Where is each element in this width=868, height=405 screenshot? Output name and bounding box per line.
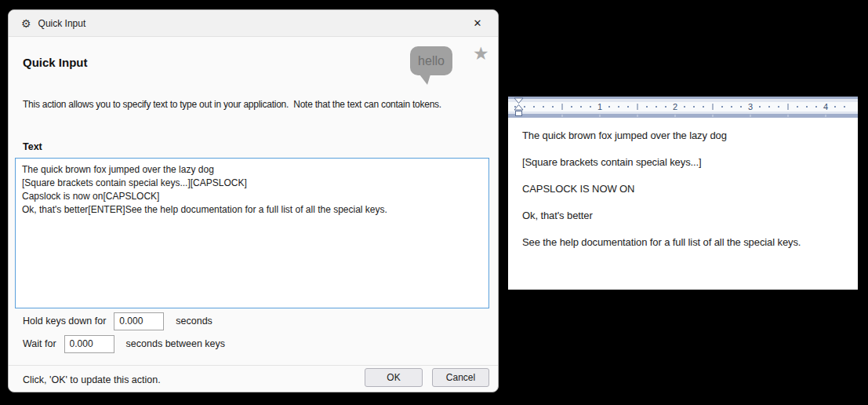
- ruler-dot-tick: [731, 106, 732, 108]
- ruler-dot-tick: [806, 106, 808, 108]
- ruler-dot-tick: [703, 106, 704, 108]
- ruler-dot-tick: [684, 106, 685, 108]
- document-line: [Square brackets contain special keys...…: [522, 157, 847, 168]
- ruler-bottom-tick: [675, 115, 676, 117]
- ruler-indent-marker[interactable]: [514, 97, 524, 117]
- ruler-bottom-tick: [713, 115, 714, 117]
- wait-for-row: Wait for seconds between keys: [23, 334, 225, 353]
- ruler-band-bottom: [508, 114, 858, 118]
- ruler-bottom-tick: [826, 115, 826, 117]
- ruler-dot-tick: [740, 106, 742, 108]
- ruler-number: 1: [597, 102, 602, 111]
- document-preview-panel: 1234 The quick brown fox jumped over the…: [508, 97, 858, 290]
- ruler-dot-tick: [618, 106, 619, 108]
- page-title: Quick Input: [23, 56, 88, 69]
- ruler-number: 3: [748, 102, 753, 111]
- ruler-dot-tick: [590, 106, 591, 108]
- ruler-number: 4: [823, 102, 828, 111]
- ruler-dot-tick: [778, 106, 779, 108]
- wait-for-input[interactable]: [64, 335, 114, 353]
- wait-for-suffix: seconds between keys: [126, 338, 225, 349]
- ruler-mid-tick: [562, 104, 563, 110]
- hold-keys-row: Hold keys down for seconds: [23, 312, 212, 330]
- footer-divider: [9, 365, 498, 366]
- ruler-dot-tick: [693, 106, 695, 108]
- window-title: Quick Input: [38, 18, 86, 29]
- ruler-bottom-tick: [562, 115, 563, 117]
- ruler-mid-tick: [637, 104, 638, 110]
- description-text: This action allows you to specify text t…: [23, 99, 441, 110]
- ruler-dot-tick: [768, 106, 770, 108]
- ruler-dot-tick: [656, 106, 657, 108]
- hold-keys-suffix: seconds: [176, 316, 212, 327]
- status-text: Click, 'OK' to update this action.: [23, 374, 161, 385]
- document-line: Ok, that's better: [522, 210, 847, 221]
- ruler-bottom-tick: [788, 115, 789, 117]
- ruler-dot-tick: [533, 106, 535, 108]
- ruler-dot-tick: [759, 106, 761, 108]
- text-section-label: Text: [23, 141, 42, 152]
- ruler-dot-tick: [646, 106, 648, 108]
- ruler-dot-tick: [797, 106, 798, 108]
- ruler-mid-tick: [713, 104, 714, 110]
- ruler-bottom-tick: [600, 115, 601, 117]
- hold-keys-input[interactable]: [114, 312, 164, 330]
- ruler-dot-tick: [665, 106, 666, 108]
- ruler-dot-tick: [543, 106, 544, 108]
- ruler-dot-tick: [524, 106, 525, 108]
- titlebar[interactable]: ⚙ Quick Input ✕: [9, 10, 498, 37]
- ruler-mid-tick: [788, 104, 789, 110]
- ruler-dot-tick: [608, 106, 610, 108]
- document-line: CAPSLOCK IS NOW ON: [522, 184, 847, 195]
- ruler-dot-tick: [627, 106, 629, 108]
- speech-bubble-icon: hello: [410, 46, 452, 75]
- ruler: 1234: [508, 97, 858, 118]
- cancel-button[interactable]: Cancel: [432, 368, 489, 387]
- wait-for-label: Wait for: [23, 338, 56, 349]
- quick-input-dialog: ⚙ Quick Input ✕ Quick Input hello ★ This…: [8, 9, 499, 392]
- speech-bubble-label: hello: [418, 54, 445, 68]
- ok-button[interactable]: OK: [365, 368, 423, 387]
- ruler-bottom-tick: [637, 115, 638, 117]
- ruler-face: 1234: [508, 102, 858, 111]
- hold-keys-label: Hold keys down for: [23, 316, 106, 327]
- ruler-number: 2: [673, 102, 677, 111]
- document-line: The quick brown fox jumped over the lazy…: [522, 130, 847, 141]
- text-input-area[interactable]: The quick brown fox jumped over the lazy…: [15, 158, 489, 308]
- gear-icon: ⚙: [21, 18, 31, 29]
- document-line: See the help documentation for a full li…: [522, 237, 847, 248]
- ruler-dot-tick: [815, 106, 817, 108]
- ruler-dot-tick: [844, 106, 845, 108]
- close-button[interactable]: ✕: [463, 13, 492, 34]
- ruler-dot-tick: [834, 106, 836, 108]
- ruler-dot-tick: [721, 106, 723, 108]
- close-icon: ✕: [474, 17, 482, 29]
- ruler-bottom-tick: [750, 115, 751, 117]
- ruler-dot-tick: [580, 106, 582, 108]
- document-text-area[interactable]: The quick brown fox jumped over the lazy…: [522, 130, 847, 264]
- ruler-dot-tick: [552, 106, 554, 108]
- favorite-star-icon[interactable]: ★: [473, 45, 489, 63]
- ruler-dot-tick: [571, 106, 572, 108]
